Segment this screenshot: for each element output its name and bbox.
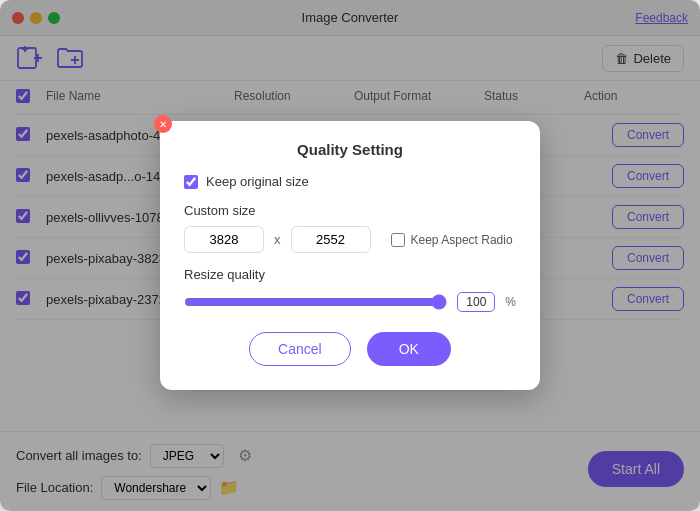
modal-title: Quality Setting xyxy=(184,141,516,158)
width-input[interactable] xyxy=(184,226,264,253)
modal-overlay: ✕ Quality Setting Keep original size Cus… xyxy=(0,0,700,511)
keep-original-row: Keep original size xyxy=(184,174,516,189)
main-window: Image Converter Feedback xyxy=(0,0,700,511)
cancel-button[interactable]: Cancel xyxy=(249,332,351,366)
modal-close-button[interactable]: ✕ xyxy=(154,115,172,133)
keep-aspect-label: Keep Aspect Radio xyxy=(411,233,513,247)
percent-label: % xyxy=(505,295,516,309)
quality-value: 100 xyxy=(457,292,495,312)
slider-row: 100 % xyxy=(184,292,516,312)
ok-button[interactable]: OK xyxy=(367,332,451,366)
custom-size-label: Custom size xyxy=(184,203,516,218)
resize-quality-label: Resize quality xyxy=(184,267,516,282)
size-inputs: x Keep Aspect Radio xyxy=(184,226,516,253)
keep-aspect-row: Keep Aspect Radio xyxy=(391,233,513,247)
custom-size-section: Custom size x Keep Aspect Radio xyxy=(184,203,516,253)
height-input[interactable] xyxy=(291,226,371,253)
quality-slider[interactable] xyxy=(184,294,447,310)
resize-quality-section: Resize quality 100 % xyxy=(184,267,516,312)
keep-aspect-checkbox[interactable] xyxy=(391,233,405,247)
x-separator: x xyxy=(274,232,281,247)
keep-original-checkbox[interactable] xyxy=(184,175,198,189)
quality-setting-modal: ✕ Quality Setting Keep original size Cus… xyxy=(160,121,540,390)
modal-buttons: Cancel OK xyxy=(184,332,516,366)
keep-original-label: Keep original size xyxy=(206,174,309,189)
